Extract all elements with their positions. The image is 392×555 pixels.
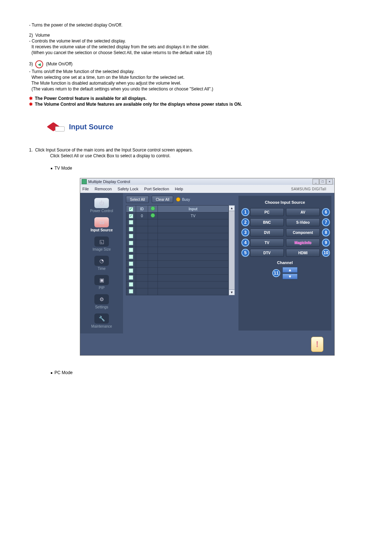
source-hdmi-button[interactable]: HDMI [286, 249, 320, 257]
row-check-icon[interactable] [129, 282, 133, 287]
busy-dot-icon [176, 197, 180, 202]
clear-all-button[interactable]: Clear All [152, 196, 173, 203]
brand-label: SAMSUNG DIGITall [291, 187, 326, 191]
row-check-icon[interactable] [129, 220, 133, 224]
table-row[interactable] [126, 268, 229, 275]
row-check-icon[interactable] [129, 214, 133, 218]
table-row[interactable] [126, 288, 229, 295]
row-check-icon[interactable] [129, 248, 133, 252]
input-source-panel: Choose Input Source 1 PC AV 6 2 BNC S-Vi… [238, 196, 331, 331]
channel-up-button[interactable]: ▲ [282, 267, 298, 273]
table-row[interactable] [126, 281, 229, 288]
sidebar-item-pip[interactable]: ▣PIP [82, 274, 122, 291]
row-check-icon[interactable] [129, 268, 133, 273]
app-footer: ！ [80, 333, 334, 355]
table-row[interactable] [126, 226, 229, 233]
maximize-button[interactable]: □ [319, 179, 326, 185]
pip-icon: ▣ [94, 275, 109, 285]
channel-down-button[interactable]: ▼ [282, 274, 298, 279]
mute-l4: (The values return to the default settin… [29, 86, 363, 92]
panel-title: Choose Input Source [241, 200, 328, 204]
callout-8: 8 [322, 228, 330, 236]
mute-l3: The Mute function is disabled automatica… [29, 81, 363, 86]
sidebar-item-input-source[interactable]: ▭Input Source [82, 216, 122, 234]
scroll-up-button[interactable]: ▲ [229, 206, 234, 211]
menu-remocon[interactable]: Remocon [95, 187, 112, 191]
select-all-button[interactable]: Select All [126, 196, 149, 203]
mute-title: (Mute On/Off) [46, 61, 73, 66]
intro-line2: Click Select All or use Check Box to sel… [50, 153, 363, 158]
minimize-button[interactable]: _ [313, 179, 319, 185]
menu-bar: File Remocon Safety Lock Port Selection … [80, 185, 334, 193]
table-row[interactable] [126, 219, 229, 226]
scroll-down-button[interactable]: ▼ [229, 289, 234, 295]
row-check-icon[interactable] [129, 255, 133, 259]
callout-2: 2 [241, 218, 249, 226]
info-icon[interactable]: ！ [311, 337, 323, 352]
window-title: Multiple Display Control [88, 179, 130, 184]
sidebar-item-settings[interactable]: ⚙Settings [82, 293, 122, 311]
row-check-icon[interactable] [129, 234, 133, 238]
note-2: ✱The Volume Control and Mute features ar… [29, 102, 363, 107]
app-icon [82, 179, 87, 184]
row-check-icon[interactable] [129, 289, 133, 293]
check-all-icon[interactable] [129, 207, 133, 211]
callout-5: 5 [241, 249, 249, 257]
volume-l1: - Controls the volume level of the selec… [29, 39, 363, 44]
callout-3: 3 [241, 228, 249, 236]
sidebar-item-time[interactable]: ◔Time [82, 254, 122, 272]
row-check-icon[interactable] [129, 241, 133, 245]
tv-mode-label: TV Mode [51, 166, 363, 171]
note-1: ✱The Power Control feature is available … [29, 96, 363, 101]
table-row[interactable] [126, 254, 229, 261]
source-component-button[interactable]: Component [286, 228, 320, 236]
scroll-track[interactable] [229, 211, 234, 289]
sidebar-item-power-control[interactable]: ⏻Power Control [82, 197, 122, 214]
row-check-icon[interactable] [129, 227, 133, 231]
source-dtv-button[interactable]: DTV [250, 249, 284, 257]
scrollbar[interactable]: ▲ ▼ [229, 205, 235, 295]
menu-file[interactable]: File [82, 187, 89, 191]
source-dvi-button[interactable]: DVI [250, 228, 284, 236]
star-icon: ✱ [29, 96, 33, 101]
volume-title: Volume [35, 33, 50, 38]
settings-icon: ⚙ [94, 294, 109, 304]
table-row[interactable]: 0 TV [126, 212, 229, 219]
sidebar-item-image-size[interactable]: ◱Image Size [82, 235, 122, 253]
row-status-icon [151, 213, 155, 218]
channel-label: Channel [241, 260, 328, 265]
callout-10: 10 [322, 249, 330, 257]
table-row[interactable] [126, 247, 229, 254]
row-id: 0 [136, 212, 148, 219]
menu-help[interactable]: Help [175, 187, 183, 191]
source-svideo-button[interactable]: S-Video [286, 218, 320, 226]
th-status [148, 206, 158, 212]
power-control-icon: ⏻ [94, 198, 109, 208]
pc-mode-label: PC Mode [51, 370, 363, 375]
menu-port-selection[interactable]: Port Selection [144, 187, 169, 191]
table-row[interactable] [126, 261, 229, 268]
source-magicinfo-button[interactable]: MagicInfo [286, 239, 320, 247]
mute-icon: ◀ [35, 60, 43, 68]
source-tv-button[interactable]: TV [250, 239, 284, 247]
menu-safety-lock[interactable]: Safety Lock [118, 187, 138, 191]
row-check-icon[interactable] [129, 275, 133, 280]
table-row[interactable] [126, 275, 229, 281]
power-desc-text: Turns the power of the selected display … [32, 23, 122, 28]
source-av-button[interactable]: AV [286, 208, 320, 216]
display-table: ID Input 0 TV [126, 205, 229, 295]
source-pc-button[interactable]: PC [250, 208, 284, 216]
sidebar-item-maintenance[interactable]: 🔧Maintenance [82, 312, 122, 330]
volume-l2: It receives the volume value of the sele… [29, 44, 363, 49]
volume-l3: (When you cancel the selection or choose… [29, 50, 363, 55]
section-title: Input Source [47, 121, 363, 132]
intro-num: 1. [29, 147, 33, 153]
source-bnc-button[interactable]: BNC [250, 218, 284, 226]
row-check-icon[interactable] [129, 262, 133, 266]
close-button[interactable]: × [326, 179, 333, 185]
table-row[interactable] [126, 240, 229, 247]
th-check[interactable] [126, 206, 136, 212]
callout-9: 9 [322, 239, 330, 247]
star-icon: ✱ [29, 102, 33, 107]
table-row[interactable] [126, 233, 229, 240]
